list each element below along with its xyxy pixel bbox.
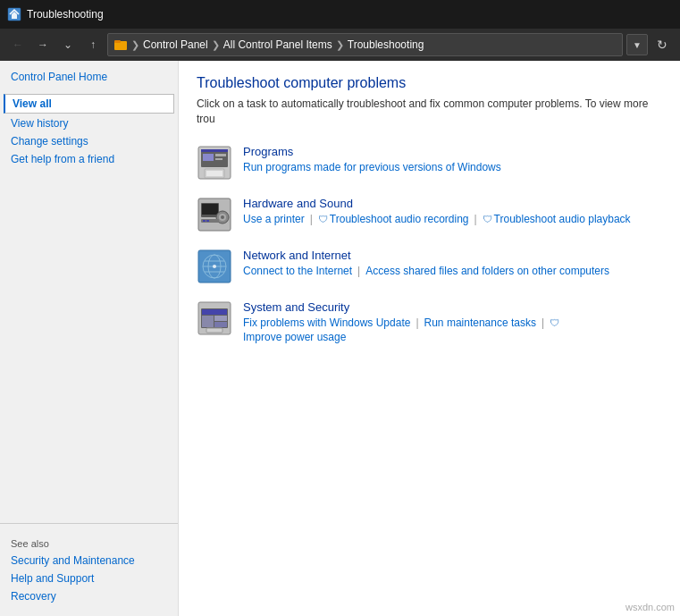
shield-icon-audio-rec: 🛡: [318, 214, 328, 224]
network-title[interactable]: Network and Internet: [243, 249, 609, 262]
refresh-button[interactable]: ↻: [651, 34, 673, 55]
svg-rect-18: [203, 220, 206, 222]
sidebar: Control Panel Home View all View history…: [0, 61, 179, 616]
sidebar-get-help[interactable]: Get help from a friend: [0, 150, 178, 168]
watermark: wsxdn.com: [625, 602, 675, 612]
main-area: Control Panel Home View all View history…: [0, 61, 680, 616]
hardware-link-1[interactable]: Use a printer: [243, 213, 305, 225]
programs-title[interactable]: Programs: [243, 145, 501, 158]
svg-rect-20: [210, 220, 215, 222]
sidebar-help-support[interactable]: Help and Support: [0, 570, 178, 587]
security-content: System and Security Fix problems with Wi…: [243, 300, 662, 343]
sidebar-nav: View all View history Change settings Ge…: [0, 93, 178, 168]
hardware-link-3[interactable]: Troubleshoot audio playback: [494, 213, 631, 225]
see-also-section: See also Security and Maintenance Help a…: [0, 523, 178, 609]
address-path[interactable]: ❯ Control Panel ❯ All Control Panel Item…: [107, 33, 623, 56]
sidebar-change-settings[interactable]: Change settings: [0, 132, 178, 150]
sidebar-security-maintenance[interactable]: Security and Maintenance: [0, 552, 178, 570]
network-link-2[interactable]: Access shared files and folders on other…: [365, 265, 609, 277]
category-hardware: Hardware and Sound Use a printer | 🛡 Tro…: [197, 197, 662, 232]
category-network: Network and Internet Connect to the Inte…: [197, 249, 662, 284]
network-content: Network and Internet Connect to the Inte…: [243, 249, 609, 277]
svg-rect-7: [215, 154, 226, 156]
svg-rect-13: [202, 204, 218, 215]
security-title[interactable]: System and Security: [243, 300, 662, 314]
hardware-link-2[interactable]: Troubleshoot audio recording: [330, 213, 469, 225]
svg-point-27: [213, 265, 216, 268]
network-icon: [197, 249, 232, 284]
security-link-2[interactable]: Run maintenance tasks: [424, 316, 536, 329]
svg-rect-33: [214, 322, 227, 327]
address-dropdown-button[interactable]: ▼: [626, 34, 648, 55]
svg-rect-19: [206, 220, 209, 222]
back-button[interactable]: ←: [7, 34, 29, 55]
security-icon: [197, 300, 232, 336]
recent-locations-button[interactable]: ⌄: [57, 34, 79, 55]
shield-icon-power: 🛡: [550, 317, 559, 328]
content-area: Troubleshoot computer problems Click on …: [179, 61, 680, 616]
security-links: Fix problems with Windows Update | Run m…: [243, 316, 662, 343]
sidebar-recovery[interactable]: Recovery: [0, 587, 178, 605]
up-button[interactable]: ↑: [82, 34, 104, 55]
svg-rect-5: [201, 149, 228, 152]
category-security: System and Security Fix problems with Wi…: [197, 300, 662, 343]
hardware-title[interactable]: Hardware and Sound: [243, 197, 631, 210]
svg-rect-34: [206, 328, 222, 333]
svg-rect-30: [202, 309, 227, 315]
title-bar: Troubleshooting: [0, 0, 680, 29]
hardware-content: Hardware and Sound Use a printer | 🛡 Tro…: [243, 197, 631, 225]
programs-content: Programs Run programs made for previous …: [243, 145, 501, 173]
see-also-title: See also: [0, 531, 178, 552]
hardware-icon: [197, 197, 232, 232]
sidebar-spacer: [0, 168, 178, 523]
programs-links: Run programs made for previous versions …: [243, 161, 501, 173]
sidebar-view-all[interactable]: View all: [4, 94, 174, 114]
sidebar-control-panel-home[interactable]: Control Panel Home: [0, 68, 178, 86]
svg-rect-8: [215, 158, 222, 160]
svg-rect-32: [214, 316, 227, 321]
window-icon: [7, 7, 21, 21]
svg-rect-6: [203, 154, 214, 161]
shield-icon-audio-play: 🛡: [483, 214, 492, 224]
path-control-panel[interactable]: Control Panel: [143, 38, 208, 51]
svg-rect-31: [202, 316, 214, 327]
path-troubleshooting[interactable]: Troubleshooting: [348, 38, 424, 51]
address-bar: ← → ⌄ ↑ ❯ Control Panel ❯ All Control Pa…: [0, 29, 680, 61]
security-link-3[interactable]: Improve power usage: [243, 331, 346, 343]
svg-rect-2: [114, 40, 121, 43]
content-title: Troubleshoot computer problems: [197, 75, 662, 91]
content-description: Click on a task to automatically trouble…: [197, 97, 662, 127]
svg-point-16: [221, 215, 224, 219]
security-link-1[interactable]: Fix problems with Windows Update: [243, 316, 410, 329]
sidebar-view-history[interactable]: View history: [0, 114, 178, 132]
forward-button[interactable]: →: [32, 34, 54, 55]
network-link-1[interactable]: Connect to the Internet: [243, 265, 352, 277]
category-programs: Programs Run programs made for previous …: [197, 145, 662, 181]
path-all-items[interactable]: All Control Panel Items: [223, 38, 332, 51]
folder-icon: [113, 38, 128, 52]
svg-rect-10: [206, 171, 222, 176]
hardware-links: Use a printer | 🛡 Troubleshoot audio rec…: [243, 213, 631, 225]
programs-link-1[interactable]: Run programs made for previous versions …: [243, 161, 501, 173]
network-links: Connect to the Internet | Access shared …: [243, 265, 609, 277]
programs-icon: [197, 145, 232, 181]
window-title: Troubleshooting: [27, 8, 104, 21]
